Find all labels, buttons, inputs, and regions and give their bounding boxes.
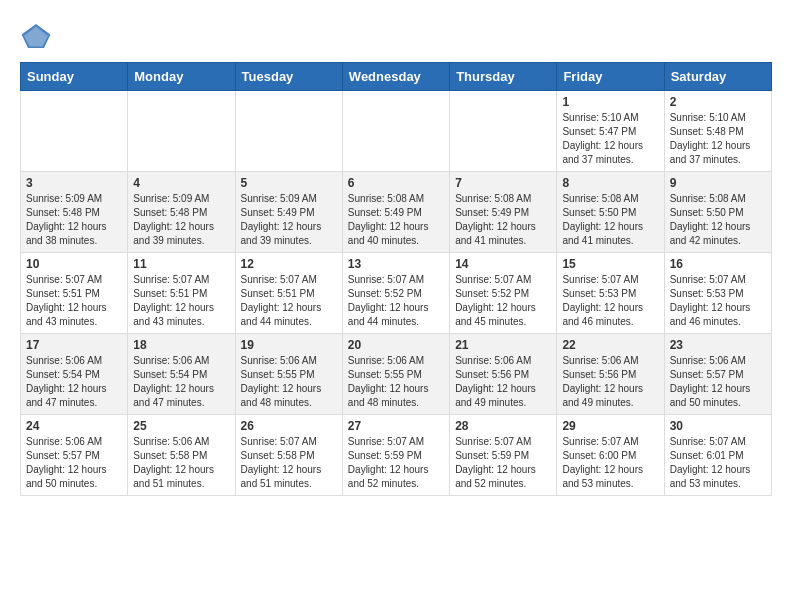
- week-row-3: 10Sunrise: 5:07 AM Sunset: 5:51 PM Dayli…: [21, 253, 772, 334]
- week-row-2: 3Sunrise: 5:09 AM Sunset: 5:48 PM Daylig…: [21, 172, 772, 253]
- day-number: 7: [455, 176, 551, 190]
- logo: [20, 20, 56, 52]
- day-number: 18: [133, 338, 229, 352]
- day-number: 23: [670, 338, 766, 352]
- day-number: 30: [670, 419, 766, 433]
- calendar-cell: 8Sunrise: 5:08 AM Sunset: 5:50 PM Daylig…: [557, 172, 664, 253]
- calendar-table: SundayMondayTuesdayWednesdayThursdayFrid…: [20, 62, 772, 496]
- day-number: 19: [241, 338, 337, 352]
- day-number: 4: [133, 176, 229, 190]
- day-number: 2: [670, 95, 766, 109]
- calendar-cell: 22Sunrise: 5:06 AM Sunset: 5:56 PM Dayli…: [557, 334, 664, 415]
- day-number: 22: [562, 338, 658, 352]
- calendar-cell: 26Sunrise: 5:07 AM Sunset: 5:58 PM Dayli…: [235, 415, 342, 496]
- calendar-cell: [235, 91, 342, 172]
- day-info: Sunrise: 5:07 AM Sunset: 5:59 PM Dayligh…: [348, 435, 444, 491]
- calendar-cell: 30Sunrise: 5:07 AM Sunset: 6:01 PM Dayli…: [664, 415, 771, 496]
- week-row-5: 24Sunrise: 5:06 AM Sunset: 5:57 PM Dayli…: [21, 415, 772, 496]
- weekday-header-row: SundayMondayTuesdayWednesdayThursdayFrid…: [21, 63, 772, 91]
- day-info: Sunrise: 5:07 AM Sunset: 5:58 PM Dayligh…: [241, 435, 337, 491]
- day-number: 9: [670, 176, 766, 190]
- day-number: 24: [26, 419, 122, 433]
- page-header: [20, 20, 772, 52]
- day-number: 3: [26, 176, 122, 190]
- day-number: 20: [348, 338, 444, 352]
- day-info: Sunrise: 5:08 AM Sunset: 5:50 PM Dayligh…: [562, 192, 658, 248]
- calendar-cell: 2Sunrise: 5:10 AM Sunset: 5:48 PM Daylig…: [664, 91, 771, 172]
- calendar-cell: 24Sunrise: 5:06 AM Sunset: 5:57 PM Dayli…: [21, 415, 128, 496]
- weekday-header-wednesday: Wednesday: [342, 63, 449, 91]
- day-number: 14: [455, 257, 551, 271]
- calendar-cell: 27Sunrise: 5:07 AM Sunset: 5:59 PM Dayli…: [342, 415, 449, 496]
- day-info: Sunrise: 5:06 AM Sunset: 5:57 PM Dayligh…: [670, 354, 766, 410]
- calendar-cell: [450, 91, 557, 172]
- day-number: 17: [26, 338, 122, 352]
- day-number: 15: [562, 257, 658, 271]
- weekday-header-friday: Friday: [557, 63, 664, 91]
- day-info: Sunrise: 5:10 AM Sunset: 5:47 PM Dayligh…: [562, 111, 658, 167]
- day-info: Sunrise: 5:07 AM Sunset: 5:51 PM Dayligh…: [133, 273, 229, 329]
- day-number: 26: [241, 419, 337, 433]
- calendar-cell: 19Sunrise: 5:06 AM Sunset: 5:55 PM Dayli…: [235, 334, 342, 415]
- calendar-cell: 18Sunrise: 5:06 AM Sunset: 5:54 PM Dayli…: [128, 334, 235, 415]
- day-number: 25: [133, 419, 229, 433]
- calendar-cell: 7Sunrise: 5:08 AM Sunset: 5:49 PM Daylig…: [450, 172, 557, 253]
- calendar-cell: 13Sunrise: 5:07 AM Sunset: 5:52 PM Dayli…: [342, 253, 449, 334]
- calendar-cell: [128, 91, 235, 172]
- calendar-cell: 5Sunrise: 5:09 AM Sunset: 5:49 PM Daylig…: [235, 172, 342, 253]
- day-info: Sunrise: 5:07 AM Sunset: 5:52 PM Dayligh…: [455, 273, 551, 329]
- weekday-header-sunday: Sunday: [21, 63, 128, 91]
- calendar-cell: 9Sunrise: 5:08 AM Sunset: 5:50 PM Daylig…: [664, 172, 771, 253]
- day-number: 13: [348, 257, 444, 271]
- calendar-cell: 1Sunrise: 5:10 AM Sunset: 5:47 PM Daylig…: [557, 91, 664, 172]
- day-info: Sunrise: 5:09 AM Sunset: 5:49 PM Dayligh…: [241, 192, 337, 248]
- day-number: 10: [26, 257, 122, 271]
- week-row-4: 17Sunrise: 5:06 AM Sunset: 5:54 PM Dayli…: [21, 334, 772, 415]
- day-info: Sunrise: 5:06 AM Sunset: 5:56 PM Dayligh…: [562, 354, 658, 410]
- calendar-cell: 6Sunrise: 5:08 AM Sunset: 5:49 PM Daylig…: [342, 172, 449, 253]
- calendar-cell: 15Sunrise: 5:07 AM Sunset: 5:53 PM Dayli…: [557, 253, 664, 334]
- day-info: Sunrise: 5:06 AM Sunset: 5:58 PM Dayligh…: [133, 435, 229, 491]
- calendar-cell: 12Sunrise: 5:07 AM Sunset: 5:51 PM Dayli…: [235, 253, 342, 334]
- weekday-header-tuesday: Tuesday: [235, 63, 342, 91]
- calendar-cell: [21, 91, 128, 172]
- calendar-cell: 16Sunrise: 5:07 AM Sunset: 5:53 PM Dayli…: [664, 253, 771, 334]
- calendar-cell: 10Sunrise: 5:07 AM Sunset: 5:51 PM Dayli…: [21, 253, 128, 334]
- calendar-cell: 17Sunrise: 5:06 AM Sunset: 5:54 PM Dayli…: [21, 334, 128, 415]
- weekday-header-thursday: Thursday: [450, 63, 557, 91]
- day-info: Sunrise: 5:07 AM Sunset: 5:53 PM Dayligh…: [562, 273, 658, 329]
- calendar-cell: 4Sunrise: 5:09 AM Sunset: 5:48 PM Daylig…: [128, 172, 235, 253]
- day-info: Sunrise: 5:09 AM Sunset: 5:48 PM Dayligh…: [26, 192, 122, 248]
- calendar-cell: 25Sunrise: 5:06 AM Sunset: 5:58 PM Dayli…: [128, 415, 235, 496]
- day-number: 28: [455, 419, 551, 433]
- day-info: Sunrise: 5:06 AM Sunset: 5:54 PM Dayligh…: [133, 354, 229, 410]
- day-number: 5: [241, 176, 337, 190]
- day-info: Sunrise: 5:06 AM Sunset: 5:54 PM Dayligh…: [26, 354, 122, 410]
- day-info: Sunrise: 5:09 AM Sunset: 5:48 PM Dayligh…: [133, 192, 229, 248]
- weekday-header-saturday: Saturday: [664, 63, 771, 91]
- day-number: 6: [348, 176, 444, 190]
- calendar-cell: 21Sunrise: 5:06 AM Sunset: 5:56 PM Dayli…: [450, 334, 557, 415]
- calendar-cell: 20Sunrise: 5:06 AM Sunset: 5:55 PM Dayli…: [342, 334, 449, 415]
- calendar-cell: [342, 91, 449, 172]
- calendar-cell: 3Sunrise: 5:09 AM Sunset: 5:48 PM Daylig…: [21, 172, 128, 253]
- calendar-cell: 14Sunrise: 5:07 AM Sunset: 5:52 PM Dayli…: [450, 253, 557, 334]
- calendar-cell: 28Sunrise: 5:07 AM Sunset: 5:59 PM Dayli…: [450, 415, 557, 496]
- day-info: Sunrise: 5:06 AM Sunset: 5:55 PM Dayligh…: [241, 354, 337, 410]
- day-info: Sunrise: 5:07 AM Sunset: 6:00 PM Dayligh…: [562, 435, 658, 491]
- day-info: Sunrise: 5:07 AM Sunset: 6:01 PM Dayligh…: [670, 435, 766, 491]
- day-number: 11: [133, 257, 229, 271]
- day-number: 16: [670, 257, 766, 271]
- day-info: Sunrise: 5:08 AM Sunset: 5:50 PM Dayligh…: [670, 192, 766, 248]
- day-info: Sunrise: 5:08 AM Sunset: 5:49 PM Dayligh…: [455, 192, 551, 248]
- day-info: Sunrise: 5:10 AM Sunset: 5:48 PM Dayligh…: [670, 111, 766, 167]
- calendar-cell: 11Sunrise: 5:07 AM Sunset: 5:51 PM Dayli…: [128, 253, 235, 334]
- day-info: Sunrise: 5:07 AM Sunset: 5:52 PM Dayligh…: [348, 273, 444, 329]
- day-info: Sunrise: 5:06 AM Sunset: 5:55 PM Dayligh…: [348, 354, 444, 410]
- logo-icon: [20, 20, 52, 52]
- week-row-1: 1Sunrise: 5:10 AM Sunset: 5:47 PM Daylig…: [21, 91, 772, 172]
- day-number: 8: [562, 176, 658, 190]
- day-number: 12: [241, 257, 337, 271]
- day-info: Sunrise: 5:07 AM Sunset: 5:53 PM Dayligh…: [670, 273, 766, 329]
- weekday-header-monday: Monday: [128, 63, 235, 91]
